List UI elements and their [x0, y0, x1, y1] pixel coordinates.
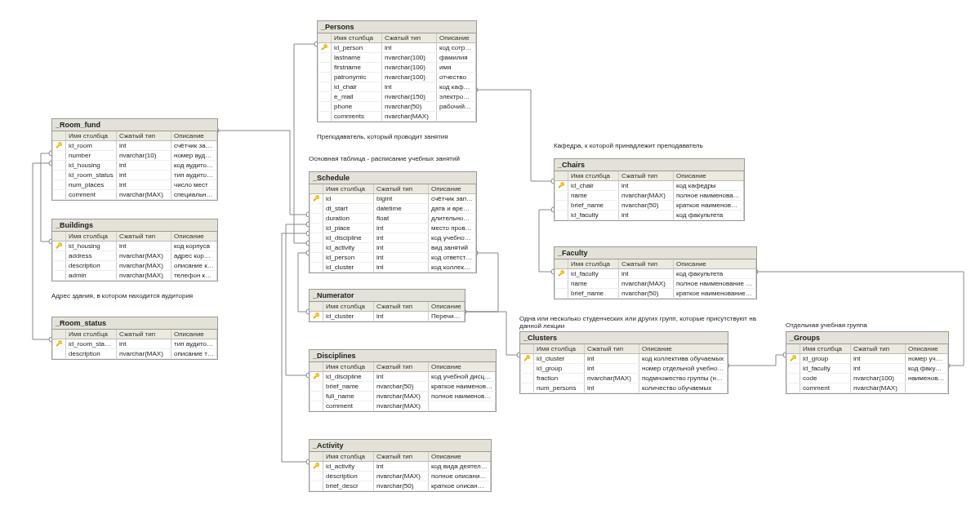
table-schedule[interactable]: _ScheduleИмя столбцаСжатый типОписание🔑i…	[309, 171, 477, 273]
table-row[interactable]: addressnvarchar(MAX)адрес корпуса	[52, 251, 217, 261]
table-row[interactable]: adminnvarchar(MAX)телефон коменданта или…	[52, 271, 217, 281]
table-row[interactable]: 🔑id_personintкод сотрудника	[318, 43, 476, 53]
table-row[interactable]: 🔑id_clusterintкод коллектива обучаемых	[520, 354, 728, 364]
table-row[interactable]: id_clusterintкод коллектива обучаемых	[310, 263, 476, 273]
table-row[interactable]: brief_namenvarchar(50)краткое наименован…	[310, 382, 496, 392]
table-title: _Clusters	[520, 332, 728, 344]
column-type: nvarchar(MAX)	[117, 190, 172, 199]
table-row[interactable]: numbernvarchar(10)номер аудитории	[52, 151, 217, 161]
table-room-status[interactable]: _Room_statusИмя столбцаСжатый типОписани…	[51, 317, 218, 360]
table-row[interactable]: commentnvarchar(MAX)специальное наи…	[52, 190, 217, 200]
table-row[interactable]: commentnvarchar(MAX)	[786, 383, 948, 393]
table-row[interactable]: id_facultyintкод факультета	[786, 364, 948, 374]
column-name: id_chair	[332, 82, 382, 91]
column-type: float	[374, 214, 429, 223]
table-row[interactable]: fractionnvarchar(MAX)подмножество группы…	[520, 374, 728, 383]
table-row[interactable]: id_chairintкод кафедры	[318, 82, 476, 92]
column-desc: номер учебной группы	[906, 354, 948, 363]
column-name: num_places	[66, 180, 117, 189]
column-type: nvarchar(50)	[374, 481, 429, 490]
table-row[interactable]: 🔑idbigintсчётчик записей	[310, 194, 476, 204]
table-row[interactable]: num_placesintчисло мест	[52, 180, 217, 190]
table-row[interactable]: brief_namenvarchar(50)краткое наименован…	[555, 201, 744, 211]
column-desc: код сотрудника	[437, 43, 476, 52]
table-row[interactable]: 🔑id_activityintкод вида деятельности	[310, 462, 491, 472]
table-clusters[interactable]: _ClustersИмя столбцаСжатый типОписание🔑i…	[519, 331, 728, 394]
table-activity[interactable]: _ActivityИмя столбцаСжатый типОписание🔑i…	[309, 439, 492, 492]
table-row[interactable]: e_mailnvarchar(150)электронная почта	[318, 92, 476, 102]
blank-icon	[310, 263, 323, 272]
table-row[interactable]: 🔑id_roomintсчётчик записей	[52, 141, 217, 151]
column-desc: длительность занятия в академ…	[429, 214, 476, 223]
column-desc: тип аудитории	[172, 339, 217, 348]
table-row[interactable]: phonenvarchar(50)рабочий телефон	[318, 102, 476, 112]
table-row[interactable]: descriptionnvarchar(MAX)полное описание …	[310, 472, 491, 481]
table-row[interactable]: lastnamenvarchar(100)фамилия	[318, 53, 476, 63]
key-icon: 🔑	[310, 372, 323, 381]
table-row[interactable]: 🔑id_disciplineintкод учебной дисциплины	[310, 372, 496, 382]
table-row[interactable]: id_activityintвид занятий	[310, 243, 476, 253]
table-row[interactable]: id_housingintкод аудитории	[52, 161, 217, 171]
table-row[interactable]: full_namenvarchar(MAX)полное наименовани…	[310, 392, 496, 401]
table-header: Имя столбцаСжатый типОписание	[52, 232, 217, 242]
column-desc: краткое описание вида деятельно…	[429, 481, 491, 490]
table-disciplines[interactable]: _DisciplinesИмя столбцаСжатый типОписани…	[309, 349, 497, 412]
column-name: id_faculty	[568, 269, 619, 278]
table-row[interactable]: descriptionnvarchar(MAX)описание типа ау…	[52, 349, 217, 359]
table-row[interactable]: durationfloatдлительность занятия в акад…	[310, 214, 476, 224]
table-header: Имя столбцаСжатый типОписание	[555, 171, 744, 181]
column-name: address	[66, 251, 117, 260]
table-persons[interactable]: _PersonsИмя столбцаСжатый типОписание🔑id…	[317, 20, 477, 122]
column-name: id_room	[66, 141, 117, 150]
column-desc: код корпуса	[172, 242, 217, 250]
table-faculty[interactable]: _FacultyИмя столбцаСжатый типОписание🔑id…	[554, 246, 757, 299]
table-row[interactable]: codenvarchar(100)наименование группы	[786, 374, 948, 383]
table-row[interactable]: descriptionnvarchar(MAX)описание корпуса	[52, 261, 217, 271]
table-row[interactable]: patronymicnvarchar(100)отчество	[318, 73, 476, 82]
table-row[interactable]: 🔑id_chairintкод кафедры	[555, 181, 744, 191]
table-row[interactable]: id_room_statusintтип аудитории	[52, 171, 217, 180]
blank-icon	[786, 383, 800, 392]
blank-icon	[520, 374, 534, 383]
table-chairs[interactable]: _ChairsИмя столбцаСжатый типОписание🔑id_…	[554, 158, 745, 221]
blank-icon	[318, 102, 332, 111]
column-desc: краткое наименование кафедры	[674, 201, 744, 210]
table-row[interactable]: commentnvarchar(MAX)	[310, 401, 496, 411]
table-row[interactable]: 🔑id_housingintкод корпуса	[52, 242, 217, 251]
table-row[interactable]: 🔑id_clusterintПеречислитель кластеров	[310, 312, 465, 321]
column-name: number	[66, 151, 117, 160]
key-icon: 🔑	[310, 462, 323, 471]
table-row[interactable]: brief_namenvarchar(50)краткое наименован…	[555, 289, 756, 299]
table-row[interactable]: id_personintкод ответственного лица (пре…	[310, 253, 476, 263]
table-row[interactable]: 🔑id_room_sta…intтип аудитории	[52, 339, 217, 349]
column-name: full_name	[323, 392, 374, 401]
table-row[interactable]: 🔑id_facultyintкод факультета	[555, 269, 756, 279]
table-row[interactable]: num_personsintколичество обучаемых	[520, 383, 728, 393]
table-row[interactable]: namenvarchar(MAX)полное наименование фак…	[555, 279, 756, 289]
column-name: brief_descr	[323, 481, 374, 490]
column-desc: отчество	[437, 73, 476, 82]
column-name: description	[66, 349, 117, 358]
table-groups[interactable]: _GroupsИмя столбцаСжатый типОписание🔑id_…	[786, 331, 949, 394]
table-row[interactable]: id_facultyintкод факультета	[555, 211, 744, 220]
table-row[interactable]: 🔑id_groupintномер учебной группы	[786, 354, 948, 364]
table-room-fund[interactable]: _Room_fundИмя столбцаСжатый типОписание🔑…	[51, 118, 218, 201]
column-type: nvarchar(MAX)	[374, 392, 429, 401]
column-name: id_cluster	[323, 263, 374, 272]
table-row[interactable]: id_placeintместо проведения занятия	[310, 224, 476, 233]
table-title: _Numerator	[310, 290, 465, 302]
column-type: nvarchar(MAX)	[117, 349, 172, 358]
column-name: comments	[332, 112, 382, 121]
table-row[interactable]: id_disciplineintкод учебной дисциплины	[310, 233, 476, 243]
table-row[interactable]: id_groupintномер отдельной учебной групп…	[520, 364, 728, 374]
table-row[interactable]: commentsnvarchar(MAX)	[318, 112, 476, 122]
table-row[interactable]: namenvarchar(MAX)полное наименование каф…	[555, 191, 744, 201]
column-desc: счётчик записей	[172, 141, 217, 150]
table-row[interactable]: brief_descrnvarchar(50)краткое описание …	[310, 481, 491, 491]
table-buildings[interactable]: _BuildingsИмя столбцаСжатый типОписание🔑…	[51, 219, 218, 281]
blank-icon	[52, 251, 66, 260]
column-type: nvarchar(50)	[374, 382, 429, 391]
table-numerator[interactable]: _NumeratorИмя столбцаСжатый типОписание🔑…	[309, 289, 466, 322]
table-row[interactable]: firstnamenvarchar(100)имя	[318, 63, 476, 73]
table-row[interactable]: dt_startdatetimeдата и время проведения …	[310, 204, 476, 214]
